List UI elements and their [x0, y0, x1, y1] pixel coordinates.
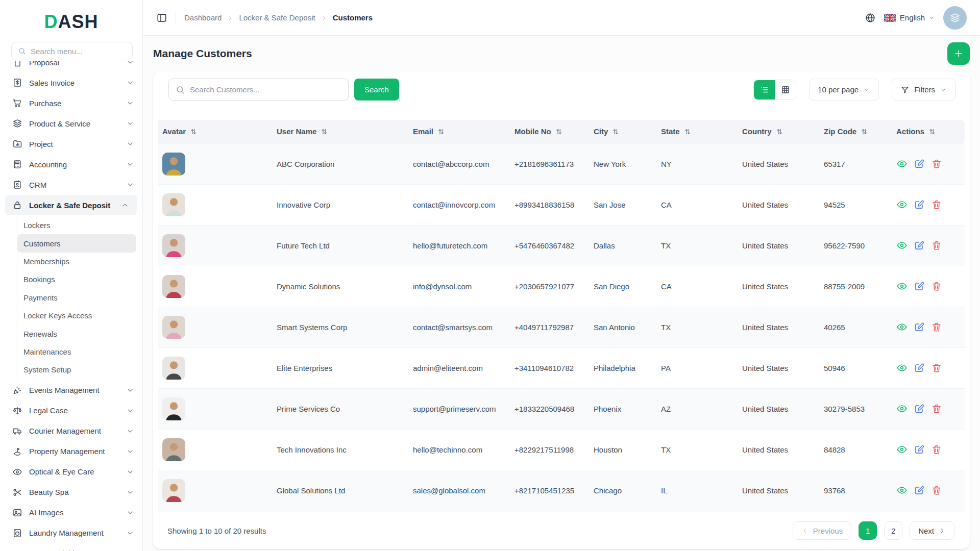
sidebar-item[interactable]: Legal Case: [0, 400, 142, 421]
sidebar-item[interactable]: Custom Field: [0, 543, 142, 551]
edit-icon: [914, 199, 925, 210]
sidebar-item[interactable]: Property Management: [0, 441, 142, 462]
breadcrumb-dashboard[interactable]: Dashboard: [184, 13, 222, 22]
breadcrumb-locker-safe-deposit[interactable]: Locker & Safe Deposit: [239, 13, 315, 22]
sort-icon[interactable]: [611, 128, 620, 136]
view-button[interactable]: [896, 444, 908, 455]
customer-search-box[interactable]: [168, 79, 349, 101]
sidebar-item[interactable]: Events Management: [0, 380, 142, 400]
delete-button[interactable]: [931, 158, 942, 169]
sort-icon[interactable]: [928, 128, 936, 136]
sidebar-subitem[interactable]: System Setup: [17, 361, 136, 379]
sort-icon[interactable]: [683, 128, 692, 136]
delete-button[interactable]: [931, 321, 942, 333]
sidebar-toggle-button[interactable]: [156, 12, 167, 23]
sidebar-item[interactable]: Project: [0, 134, 142, 154]
search-button[interactable]: Search: [354, 79, 399, 101]
grid-view-button[interactable]: [775, 80, 796, 99]
customer-search-input[interactable]: [190, 85, 341, 94]
language-selector[interactable]: English: [884, 13, 935, 22]
sort-icon[interactable]: [555, 128, 563, 136]
sort-icon[interactable]: [775, 128, 783, 136]
edit-icon: [914, 444, 925, 455]
edit-button[interactable]: [914, 444, 925, 455]
customer-email: hello@techinno.com: [409, 429, 510, 470]
sidebar-item[interactable]: Sales Invoice: [0, 72, 142, 93]
delete-button[interactable]: [931, 485, 942, 496]
sidebar-item[interactable]: Laundry Management: [0, 523, 142, 543]
sidebar-item[interactable]: Accounting: [0, 154, 142, 174]
customer-row: Smart Systems Corp contact@smartsys.com …: [158, 307, 965, 347]
logo-text: ASH: [58, 11, 98, 32]
sort-icon[interactable]: [860, 128, 868, 136]
column-header: Avatar: [158, 120, 273, 143]
view-button[interactable]: [896, 403, 908, 414]
sidebar-subitem[interactable]: Customers: [17, 234, 136, 252]
laundry-icon: [12, 528, 22, 538]
sort-icon[interactable]: [189, 128, 198, 136]
view-button[interactable]: [896, 240, 908, 251]
edit-button[interactable]: [914, 403, 925, 414]
sidebar-search-input[interactable]: [31, 47, 126, 56]
sidebar-search-box[interactable]: [11, 42, 133, 60]
add-customer-button[interactable]: [947, 42, 970, 65]
sidebar-item[interactable]: Optical & Eye Care: [0, 462, 142, 482]
cart-icon: [12, 98, 22, 108]
delete-button[interactable]: [931, 444, 942, 455]
sidebar-subitem[interactable]: Lockers: [17, 216, 136, 234]
per-page-select[interactable]: 10 per page: [809, 79, 879, 101]
sidebar-item[interactable]: Courier Management: [0, 421, 142, 441]
sidebar-item[interactable]: CRM: [0, 174, 142, 195]
edit-button[interactable]: [914, 199, 925, 210]
previous-page-button[interactable]: Previous: [793, 521, 851, 540]
view-button[interactable]: [896, 158, 908, 169]
sidebar-item[interactable]: Proposal: [0, 61, 142, 72]
delete-button[interactable]: [931, 240, 942, 251]
edit-button[interactable]: [914, 281, 925, 292]
sidebar-subitem[interactable]: Memberships: [17, 253, 136, 270]
page-number-button[interactable]: 2: [884, 521, 902, 540]
next-page-button[interactable]: Next: [910, 521, 954, 540]
chevron-down-icon: [126, 386, 134, 394]
sidebar-item[interactable]: Purchase: [0, 93, 142, 113]
list-view-button[interactable]: [754, 80, 775, 99]
sidebar-item[interactable]: Product & Service: [0, 113, 142, 134]
sidebar-subitem[interactable]: Locker Keys Access: [17, 307, 136, 324]
edit-button[interactable]: [914, 158, 925, 169]
sidebar-subitem[interactable]: Payments: [17, 289, 136, 307]
edit-button[interactable]: [914, 362, 925, 373]
sort-icon[interactable]: [437, 128, 445, 136]
column-header: Zip Code: [820, 120, 892, 143]
row-actions: [896, 281, 965, 292]
sidebar-item[interactable]: AI Images: [0, 503, 142, 523]
delete-button[interactable]: [931, 403, 942, 414]
sidebar-item-label: Product & Service: [29, 119, 90, 128]
sidebar-subitem[interactable]: Maintenances: [17, 343, 136, 361]
sidebar-subitem[interactable]: Bookings: [17, 270, 136, 288]
sidebar-item[interactable]: Beauty Spa: [0, 482, 142, 503]
delete-button[interactable]: [931, 281, 942, 292]
customer-row: Tech Innovations Inc hello@techinno.com …: [158, 429, 965, 470]
delete-button[interactable]: [931, 362, 942, 373]
trash-icon: [931, 240, 942, 251]
sidebar-item-locker-safe-deposit[interactable]: Locker & Safe Deposit: [5, 195, 137, 215]
filters-button[interactable]: Filters: [892, 79, 955, 101]
sidebar-item-label: Sales Invoice: [29, 79, 75, 87]
view-button[interactable]: [896, 362, 908, 373]
globe-icon[interactable]: [865, 12, 876, 23]
edit-button[interactable]: [914, 485, 925, 496]
sidebar-item-label: Custom Field: [29, 549, 74, 551]
customer-zip: 94525: [820, 184, 892, 225]
view-button[interactable]: [896, 281, 908, 292]
customer-name: Elite Enterprises: [273, 347, 409, 388]
sort-icon[interactable]: [320, 128, 328, 136]
view-button[interactable]: [896, 485, 908, 496]
view-button[interactable]: [896, 199, 908, 210]
edit-button[interactable]: [914, 240, 925, 251]
delete-button[interactable]: [931, 199, 942, 210]
view-button[interactable]: [896, 321, 908, 333]
sidebar-subitem[interactable]: Renewals: [17, 324, 136, 342]
page-number-button[interactable]: 1: [859, 521, 877, 540]
user-avatar[interactable]: [943, 6, 967, 30]
edit-button[interactable]: [914, 321, 925, 333]
